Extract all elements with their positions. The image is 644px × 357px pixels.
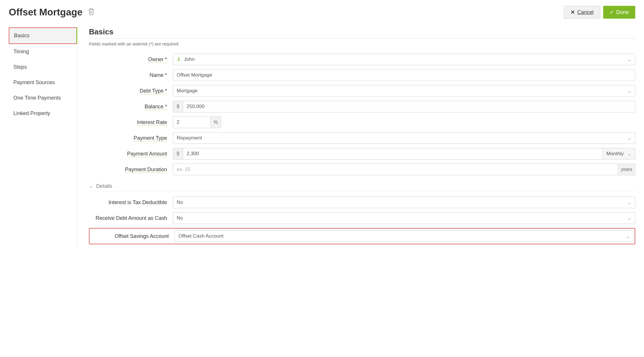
receive-debt-cash-select[interactable]: No ⌄ [173,212,635,224]
page-title: Offset Mortgage [9,7,83,18]
sidebar-item-label: Timing [13,49,29,54]
offset-savings-value: Offset Cash Account [178,233,224,239]
main-panel: Basics Fields marked with an asterisk (*… [83,27,635,248]
chevron-down-icon: ⌄ [627,151,631,157]
cancel-button-label: Cancel [577,9,594,15]
label-offset-savings: Offset Savings Account [91,233,175,239]
form-row-receive-debt-cash: Receive Debt Amount as Cash No ⌄ [89,212,635,224]
interest-tax-deductible-select[interactable]: No ⌄ [173,197,635,208]
label-debt-type: Debt Type * [89,88,173,94]
done-button[interactable]: ✓ Done [603,6,635,19]
owner-value: John [184,56,195,62]
done-button-label: Done [616,9,629,15]
sidebar-item-timing[interactable]: Timing [9,44,77,59]
payment-duration-input[interactable] [173,164,618,175]
form-row-interest-tax-deductible: Interest is Tax Deductible No ⌄ [89,197,635,208]
label-interest-tax-deductible: Interest is Tax Deductible [89,199,173,206]
payment-amount-input[interactable] [183,148,603,160]
payment-type-select[interactable]: Repayment ⌄ [173,132,635,144]
check-icon: ✓ [610,9,614,15]
currency-prefix: $ [173,101,183,112]
details-label: Details [96,183,112,189]
sidebar-item-basics[interactable]: Basics [9,27,77,44]
label-name: Name * [89,72,173,78]
chevron-down-icon: ⌄ [627,199,631,206]
offset-savings-select[interactable]: Offset Cash Account ⌄ [175,230,634,242]
sidebar-item-label: Steps [13,64,27,70]
sidebar-item-label: One Time Payments [13,95,61,101]
details-toggle[interactable]: ⌄ Details [89,183,635,191]
label-owner: Owner * [89,56,173,63]
close-icon: ✕ [571,9,575,15]
trash-icon[interactable] [88,8,95,17]
form-row-payment-duration: Payment Duration years [89,164,635,175]
person-icon [177,56,182,62]
percent-suffix: % [211,116,221,128]
debt-type-value: Mortgage [177,88,198,94]
sidebar: Basics Timing Steps Payment Sources One … [9,27,77,248]
payment-frequency-select[interactable]: Monthly ⌄ [603,148,635,160]
label-payment-amount: Payment Amount [89,151,173,157]
label-payment-duration: Payment Duration [89,167,173,173]
svg-point-0 [178,57,180,59]
chevron-down-icon: ⌄ [627,215,631,221]
body: Basics Timing Steps Payment Sources One … [9,27,635,248]
interest-rate-input[interactable] [173,116,211,128]
label-balance: Balance * [89,104,173,110]
interest-tax-deductible-value: No [177,199,183,205]
label-payment-type: Payment Type [89,135,173,141]
name-input[interactable] [173,69,635,81]
sidebar-item-label: Basics [14,33,29,38]
form-row-interest-rate: Interest Rate % [89,116,635,128]
owner-select[interactable]: John ⌄ [173,54,635,65]
balance-input[interactable] [183,101,635,112]
chevron-down-icon: ⌄ [89,183,93,189]
sidebar-item-one-time-payments[interactable]: One Time Payments [9,90,77,106]
helper-text: Fields marked with an asterisk (*) are r… [89,41,635,46]
sidebar-item-steps[interactable]: Steps [9,59,77,75]
chevron-down-icon: ⌄ [627,88,631,94]
sidebar-item-payment-sources[interactable]: Payment Sources [9,75,77,90]
form-row-name: Name * [89,69,635,81]
payment-type-value: Repayment [177,135,202,141]
form-row-owner: Owner * John ⌄ [89,54,635,65]
section-title: Basics [89,27,635,38]
chevron-down-icon: ⌄ [627,56,631,63]
header-buttons: ✕ Cancel ✓ Done [564,6,635,19]
debt-type-select[interactable]: Mortgage ⌄ [173,85,635,97]
sidebar-item-label: Payment Sources [13,79,55,85]
header: Offset Mortgage ✕ Cancel ✓ Done [9,6,635,19]
receive-debt-cash-value: No [177,215,183,221]
payment-frequency-value: Monthly [606,151,624,157]
chevron-down-icon: ⌄ [627,135,631,141]
cancel-button[interactable]: ✕ Cancel [564,6,600,19]
chevron-down-icon: ⌄ [626,233,630,239]
form-row-offset-savings: Offset Savings Account Offset Cash Accou… [89,228,635,244]
sidebar-item-linked-property[interactable]: Linked Property [9,106,77,121]
years-suffix: years [618,164,635,175]
form-row-payment-amount: Payment Amount $ Monthly ⌄ [89,148,635,160]
form-row-payment-type: Payment Type Repayment ⌄ [89,132,635,144]
form-row-balance: Balance * $ [89,101,635,112]
sidebar-item-label: Linked Property [13,110,50,116]
header-left: Offset Mortgage [9,7,95,18]
currency-prefix: $ [173,148,183,160]
label-interest-rate: Interest Rate [89,119,173,126]
label-receive-debt-cash: Receive Debt Amount as Cash [89,215,173,221]
form-row-debt-type: Debt Type * Mortgage ⌄ [89,85,635,97]
